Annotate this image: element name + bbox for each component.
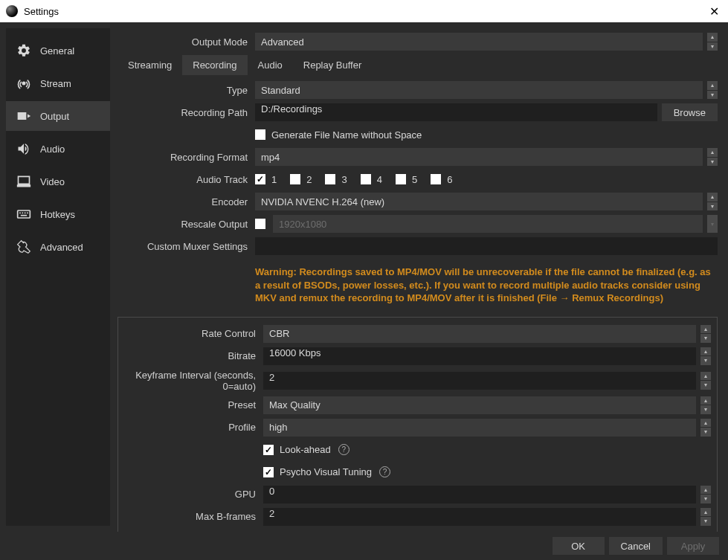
recording-format-label: Recording Format bbox=[117, 152, 255, 163]
tab-replay-buffer[interactable]: Replay Buffer bbox=[293, 55, 373, 75]
sidebar-item-audio[interactable]: Audio bbox=[6, 134, 110, 164]
audio-track-5[interactable]: 5 bbox=[396, 174, 417, 185]
psycho-row[interactable]: Psycho Visual Tuning ? bbox=[263, 466, 390, 477]
bitrate-label: Bitrate bbox=[118, 350, 263, 361]
output-mode-select[interactable]: Advanced bbox=[255, 33, 703, 51]
audio-track-1[interactable]: 1 bbox=[255, 174, 277, 185]
encoder-select[interactable]: NVIDIA NVENC H.264 (new) bbox=[255, 193, 703, 210]
audio-track-2-checkbox[interactable] bbox=[290, 174, 300, 184]
spinner-handle-icon[interactable]: ▴▾ bbox=[700, 508, 711, 526]
lookahead-checkbox[interactable] bbox=[263, 445, 274, 455]
sidebar-item-video[interactable]: Video bbox=[6, 167, 110, 196]
settings-sidebar: General Stream Output Audio Video bbox=[6, 28, 110, 526]
recording-path-label: Recording Path bbox=[117, 107, 255, 118]
dialog-footer: OK Cancel Apply bbox=[0, 532, 728, 560]
tab-recording[interactable]: Recording bbox=[182, 55, 247, 75]
preset-select[interactable]: Max Quality bbox=[263, 396, 696, 414]
svg-rect-0 bbox=[18, 210, 30, 218]
browse-button[interactable]: Browse bbox=[662, 103, 718, 121]
custom-muxer-label: Custom Muxer Settings bbox=[117, 241, 255, 252]
spinner-handle-icon[interactable]: ▴▾ bbox=[700, 347, 711, 365]
titlebar: Settings ✕ bbox=[0, 0, 728, 22]
spinner-handle-icon[interactable]: ▴▾ bbox=[700, 372, 711, 390]
audio-track-1-checkbox[interactable] bbox=[255, 174, 265, 184]
audio-track-5-checkbox[interactable] bbox=[396, 174, 406, 184]
sidebar-item-label: Stream bbox=[40, 78, 71, 89]
monitor-icon bbox=[15, 174, 33, 189]
keyframe-label: Keyframe Interval (seconds, 0=auto) bbox=[118, 370, 263, 392]
speaker-icon bbox=[15, 141, 33, 156]
help-icon[interactable]: ? bbox=[379, 466, 390, 477]
apply-button[interactable]: Apply bbox=[667, 537, 719, 555]
gen-filename-label: Generate File Name without Space bbox=[271, 129, 422, 141]
sidebar-item-label: Output bbox=[40, 111, 69, 122]
svg-rect-4 bbox=[27, 213, 28, 214]
recording-path-input[interactable]: D:/Recordings bbox=[255, 103, 657, 121]
rate-control-label: Rate Control bbox=[118, 328, 263, 339]
custom-muxer-input[interactable] bbox=[255, 237, 718, 255]
window-title: Settings bbox=[24, 6, 706, 17]
max-bframes-label: Max B-frames bbox=[118, 511, 263, 522]
mp4-warning-text: Warning: Recordings saved to MP4/MOV wil… bbox=[255, 260, 718, 312]
gpu-input[interactable]: 0 bbox=[263, 486, 696, 503]
audio-track-3-checkbox[interactable] bbox=[325, 174, 335, 184]
sidebar-item-label: General bbox=[40, 45, 74, 57]
sidebar-item-advanced[interactable]: Advanced bbox=[6, 232, 110, 262]
rescale-output-select: 1920x1080 bbox=[273, 215, 703, 233]
sidebar-item-label: Video bbox=[40, 176, 65, 187]
sidebar-item-output[interactable]: Output bbox=[6, 101, 110, 131]
preset-label: Preset bbox=[118, 399, 263, 411]
bitrate-input[interactable]: 16000 Kbps bbox=[263, 347, 696, 365]
cancel-button[interactable]: Cancel bbox=[609, 537, 663, 555]
audio-track-4[interactable]: 4 bbox=[361, 174, 382, 185]
max-bframes-input[interactable]: 2 bbox=[263, 508, 696, 526]
sidebar-item-hotkeys[interactable]: Hotkeys bbox=[6, 199, 110, 229]
select-handle-icon[interactable]: ▴▾ bbox=[707, 193, 718, 210]
output-mode-label: Output Mode bbox=[117, 36, 255, 48]
audio-track-3[interactable]: 3 bbox=[325, 174, 347, 185]
audio-track-2[interactable]: 2 bbox=[290, 174, 312, 185]
close-icon[interactable]: ✕ bbox=[706, 4, 722, 19]
audio-track-4-checkbox[interactable] bbox=[361, 174, 371, 184]
lookahead-row[interactable]: Look-ahead ? bbox=[263, 444, 349, 455]
keyboard-icon bbox=[15, 207, 33, 222]
ok-button[interactable]: OK bbox=[553, 537, 605, 555]
psycho-checkbox[interactable] bbox=[263, 467, 274, 477]
profile-label: Profile bbox=[118, 422, 263, 433]
rate-control-select[interactable]: CBR bbox=[263, 325, 696, 343]
select-handle-icon[interactable]: ▴▾ bbox=[707, 148, 718, 166]
lookahead-label: Look-ahead bbox=[280, 444, 331, 455]
psycho-label: Psycho Visual Tuning bbox=[280, 466, 372, 477]
tab-audio[interactable]: Audio bbox=[248, 55, 293, 75]
help-icon[interactable]: ? bbox=[338, 444, 349, 455]
svg-rect-2 bbox=[22, 213, 24, 214]
gen-filename-checkbox-row[interactable]: Generate File Name without Space bbox=[255, 129, 422, 141]
sidebar-item-general[interactable]: General bbox=[6, 36, 110, 65]
tab-streaming[interactable]: Streaming bbox=[117, 55, 182, 75]
encoder-settings-group: Rate Control CBR ▴▾ Bitrate 16000 Kbps ▴… bbox=[117, 317, 718, 532]
type-select[interactable]: Standard bbox=[255, 81, 703, 99]
profile-select[interactable]: high bbox=[263, 419, 696, 437]
select-handle-icon[interactable]: ▴▾ bbox=[700, 325, 711, 343]
select-handle-icon[interactable]: ▴▾ bbox=[707, 81, 718, 99]
gen-filename-checkbox[interactable] bbox=[255, 129, 265, 140]
keyframe-input[interactable]: 2 bbox=[263, 372, 696, 390]
tools-icon bbox=[15, 239, 33, 254]
select-handle-icon[interactable]: ▴▾ bbox=[707, 33, 718, 51]
spinner-handle-icon[interactable]: ▴▾ bbox=[700, 486, 711, 503]
sidebar-item-stream[interactable]: Stream bbox=[6, 68, 110, 98]
select-handle-icon[interactable]: ▴▾ bbox=[700, 396, 711, 414]
rescale-output-checkbox[interactable] bbox=[255, 219, 265, 229]
select-handle-icon[interactable]: ▴▾ bbox=[700, 419, 711, 437]
encoder-label: Encoder bbox=[117, 196, 255, 207]
antenna-icon bbox=[15, 76, 33, 91]
recording-format-select[interactable]: mp4 bbox=[255, 148, 703, 166]
svg-rect-5 bbox=[21, 215, 27, 216]
settings-content: Output Mode Advanced ▴▾ Streaming Record… bbox=[110, 22, 728, 532]
audio-track-6-checkbox[interactable] bbox=[431, 174, 441, 184]
sidebar-item-label: Audio bbox=[40, 144, 65, 155]
rescale-output-label: Rescale Output bbox=[117, 219, 255, 230]
audio-track-6[interactable]: 6 bbox=[431, 174, 452, 185]
audio-track-label: Audio Track bbox=[117, 174, 255, 185]
svg-rect-3 bbox=[25, 213, 26, 214]
